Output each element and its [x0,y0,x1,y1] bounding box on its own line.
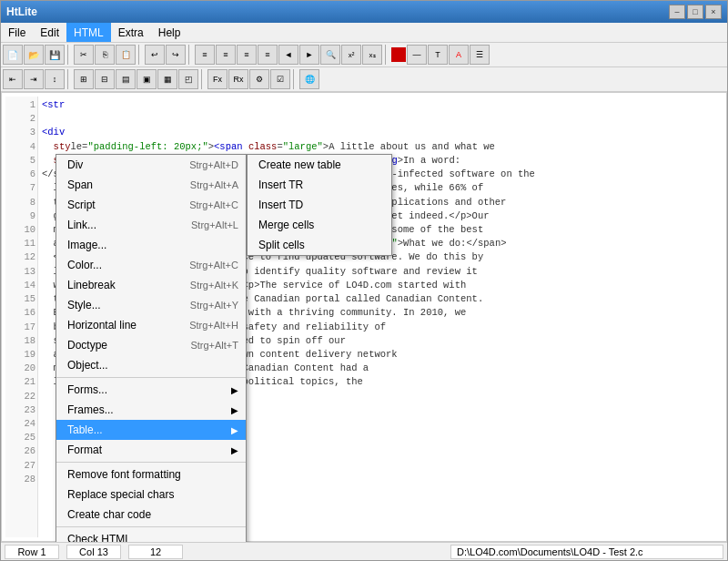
toolbar-sep-6 [201,69,205,89]
menu-html[interactable]: HTML [66,23,111,42]
table-split-cells[interactable]: Split cells [248,235,391,255]
toolbar-r2-10[interactable]: Fx [207,69,228,89]
html-menu[interactable]: Div Strg+Alt+D Span Strg+Alt+A Script St… [56,154,247,542]
menu-frames-label: Frames... [67,403,114,416]
toolbar-r2-11[interactable]: Rx [228,69,248,89]
menu-sep-3 [56,526,246,527]
menu-bar: File Edit HTML Extra Help [1,23,727,43]
toolbar-r2-5[interactable]: ⊟ [95,69,115,89]
toolbar-align-center[interactable]: ≡ [216,45,236,65]
toolbar-r2-8[interactable]: ▦ [157,69,177,89]
minimize-button[interactable]: – [669,5,685,19]
toolbar-paste[interactable]: 📋 [116,45,136,65]
menu-remove-font[interactable]: Remove font formatting [56,464,246,484]
toolbar-r2-2[interactable]: ⇥ [24,69,44,89]
menu-sep-1 [56,377,246,378]
menu-remove-font-label: Remove font formatting [67,468,181,481]
menu-forms[interactable]: Forms... ▶ [56,380,246,400]
menu-replace-special-label: Replace special chars [67,488,174,501]
menu-format[interactable]: Format ▶ [56,440,246,460]
status-row: Row 1 [5,545,59,559]
table-create-new[interactable]: Create new table [248,155,391,175]
table-insert-td[interactable]: Insert TD [248,195,391,215]
toolbar-b4[interactable]: x₂ [362,45,382,65]
table-insert-td-label: Insert TD [258,199,303,211]
menu-frames[interactable]: Frames... ▶ [56,400,246,420]
toolbar-row-2: ⇤ ⇥ ↕ ⊞ ⊟ ▤ ▣ ▦ ◰ Fx Rx ⚙ ☑ 🌐 [1,66,727,91]
menu-check-html[interactable]: Check HTML [56,529,246,542]
table-merge-cells-label: Merge cells [258,219,314,231]
table-insert-tr[interactable]: Insert TR [248,175,391,195]
toolbar-sep-1 [67,45,71,65]
menu-div[interactable]: Div Strg+Alt+D [56,155,246,175]
toolbar-redo[interactable]: ↪ [166,45,186,65]
menu-div-label: Div [67,158,83,171]
toolbar-r2-14[interactable]: 🌐 [299,69,319,89]
menu-object[interactable]: Object... [56,355,246,375]
toolbar-b2[interactable]: ► [299,45,319,65]
menu-style[interactable]: Style... Strg+Alt+Y [56,295,246,315]
main-area: 1234567891011121314151617181920212223242… [1,92,727,542]
menu-replace-special[interactable]: Replace special chars [56,484,246,505]
toolbar-t3[interactable]: ☰ [470,45,490,65]
toolbar-align-left[interactable]: ≡ [195,45,215,65]
toolbar-r2-6[interactable]: ▤ [116,69,136,89]
menu-image[interactable]: Image... [56,235,246,255]
menu-color-label: Color... [67,259,102,271]
menu-create-char[interactable]: Create char code [56,505,246,525]
toolbar-align-justify[interactable]: ≡ [258,45,278,65]
menu-color[interactable]: Color... Strg+Alt+C [56,255,246,275]
toolbar-t1[interactable]: T [428,45,448,65]
menu-color-shortcut: Strg+Alt+C [189,260,238,270]
menu-extra[interactable]: Extra [111,23,151,42]
toolbar-copy[interactable]: ⎘ [95,45,115,65]
toolbar-r2-1[interactable]: ⇤ [3,69,23,89]
toolbar-red[interactable] [391,47,406,62]
toolbar-sep-4 [385,45,389,65]
format-arrow-icon: ▶ [231,445,238,455]
menu-script[interactable]: Script Strg+Alt+C [56,195,246,215]
menu-help[interactable]: Help [151,23,188,42]
menu-edit[interactable]: Edit [33,23,66,42]
table-merge-cells[interactable]: Merge cells [248,215,391,235]
table-insert-tr-label: Insert TR [258,178,303,191]
toolbar-undo[interactable]: ↩ [145,45,165,65]
menu-sep-2 [56,462,246,463]
menu-format-label: Format [67,444,102,456]
toolbar-r2-13[interactable]: ☑ [270,69,290,89]
table-split-cells-label: Split cells [258,239,305,251]
toolbar-r2-3[interactable]: ↕ [45,69,65,89]
menu-horizontal-line-label: Horizontal line [67,319,136,332]
status-filepath: D:\LO4D.com\Documents\LO4D - Test 2.c [450,545,723,559]
maximize-button[interactable]: □ [687,5,703,19]
toolbar-r2-9[interactable]: ◰ [178,69,198,89]
toolbar-r2-7[interactable]: ▣ [136,69,157,89]
toolbar-align-right[interactable]: ≡ [237,45,257,65]
toolbar-b1[interactable]: ◄ [278,45,298,65]
toolbar-cut[interactable]: ✂ [74,45,94,65]
main-window: HtLite – □ × File Edit HTML Extra Help 📄… [0,0,728,561]
toolbar-sep-5 [67,69,71,89]
menu-link[interactable]: Link... Strg+Alt+L [56,215,246,235]
close-button[interactable]: × [705,5,722,19]
toolbar-open[interactable]: 📂 [24,45,44,65]
menu-linebreak[interactable]: Linebreak Strg+Alt+K [56,275,246,295]
menu-object-label: Object... [67,359,108,372]
menu-file[interactable]: File [1,23,33,42]
toolbar-line[interactable]: — [407,45,427,65]
toolbar-r2-4[interactable]: ⊞ [74,69,94,89]
menu-table[interactable]: Table... ▶ [56,420,246,440]
menu-horizontal-line[interactable]: Horizontal line Strg+Alt+H [56,315,246,335]
toolbar-t2[interactable]: A [449,45,469,65]
title-bar: HtLite – □ × [1,1,727,23]
menu-span[interactable]: Span Strg+Alt+A [56,175,246,195]
toolbar-save[interactable]: 💾 [45,45,65,65]
menu-doctype[interactable]: Doctype Strg+Alt+T [56,335,246,355]
toolbar-r2-12[interactable]: ⚙ [249,69,269,89]
toolbar-new[interactable]: 📄 [3,45,23,65]
toolbar-b3[interactable]: x² [341,45,361,65]
table-submenu[interactable]: Create new table Insert TR Insert TD Mer… [247,154,392,256]
toolbar-search[interactable]: 🔍 [320,45,340,65]
forms-arrow-icon: ▶ [231,385,238,395]
menu-create-char-label: Create char code [67,508,151,521]
